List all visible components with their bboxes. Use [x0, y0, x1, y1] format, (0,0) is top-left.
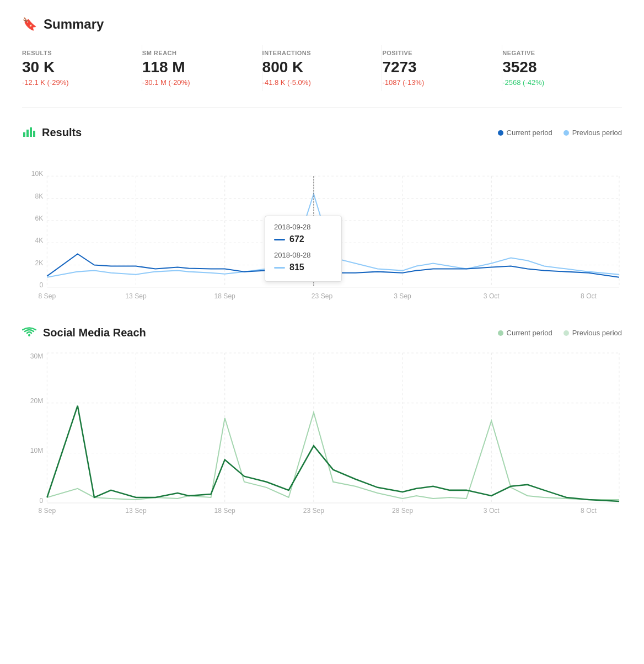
- metric-item-sm-reach: SM REACH 118 M -30.1 M (-20%): [142, 45, 262, 91]
- metric-label: NEGATIVE: [502, 50, 622, 56]
- divider: [22, 108, 622, 108]
- metric-item-interactions: INTERACTIONS 800 K -41.8 K (-5.0%): [262, 45, 383, 91]
- metric-item-negative: NEGATIVE 3528 -2568 (-42%): [502, 45, 622, 91]
- svg-text:3 Sep: 3 Sep: [394, 292, 411, 300]
- svg-text:20M: 20M: [30, 397, 44, 405]
- metric-label: POSITIVE: [382, 50, 502, 56]
- results-chart-svg: 0 2K 4K 6K 8K 10K: [22, 149, 622, 294]
- social-chart-section: Social Media Reach Current period Previo…: [22, 326, 622, 520]
- bar-chart-icon: [22, 125, 35, 141]
- svg-text:2K: 2K: [35, 259, 44, 267]
- svg-text:13 Sep: 13 Sep: [125, 507, 147, 515]
- svg-rect-3: [33, 131, 35, 137]
- social-previous-dot: [564, 330, 569, 336]
- results-legend: Current period Previous period: [498, 128, 622, 137]
- previous-period-dot: [564, 130, 569, 136]
- results-chart-header: Results Current period Previous period: [22, 125, 622, 141]
- metric-value: 7273: [382, 58, 502, 76]
- svg-text:6K: 6K: [35, 215, 44, 222]
- social-current-legend: Current period: [498, 329, 552, 337]
- social-current-label: Current period: [507, 329, 552, 337]
- metric-label: INTERACTIONS: [262, 50, 382, 56]
- summary-title: Summary: [44, 17, 104, 32]
- svg-text:8 Oct: 8 Oct: [581, 292, 597, 300]
- metric-item-results: RESULTS 30 K -12.1 K (-29%): [22, 45, 142, 91]
- social-chart-header: Social Media Reach Current period Previo…: [22, 326, 622, 340]
- svg-text:0: 0: [40, 281, 44, 289]
- svg-rect-2: [30, 127, 32, 137]
- metric-change: -1087 (-13%): [382, 78, 502, 87]
- social-chart-container: 0 10M 20M 30M 8 Sep 13 Sep 18 Sep: [22, 349, 622, 520]
- metric-change: -12.1 K (-29%): [22, 78, 142, 87]
- metric-label: SM REACH: [142, 50, 262, 56]
- svg-text:30M: 30M: [30, 352, 44, 360]
- summary-section: 🔖 Summary RESULTS 30 K -12.1 K (-29%) SM…: [22, 17, 622, 91]
- metric-value: 800 K: [262, 58, 382, 76]
- social-chart-title: Social Media Reach: [43, 326, 146, 339]
- results-previous-legend: Previous period: [564, 128, 622, 137]
- metric-value: 30 K: [22, 58, 142, 76]
- social-current-dot: [498, 330, 503, 336]
- metric-value: 118 M: [142, 58, 262, 76]
- svg-text:18 Sep: 18 Sep: [214, 292, 236, 300]
- svg-text:10K: 10K: [31, 170, 44, 178]
- svg-text:18 Sep: 18 Sep: [214, 507, 236, 515]
- metric-item-positive: POSITIVE 7273 -1087 (-13%): [382, 45, 502, 91]
- svg-text:8 Sep: 8 Sep: [39, 507, 56, 515]
- svg-text:28 Sep: 28 Sep: [392, 507, 414, 515]
- svg-text:23 Sep: 23 Sep: [303, 507, 325, 515]
- current-period-dot: [498, 130, 503, 136]
- svg-text:23 Sep: 23 Sep: [312, 292, 333, 300]
- metric-label: RESULTS: [22, 50, 142, 56]
- svg-text:8 Oct: 8 Oct: [581, 507, 597, 515]
- svg-text:8 Sep: 8 Sep: [39, 292, 56, 300]
- summary-metrics: RESULTS 30 K -12.1 K (-29%) SM REACH 118…: [22, 45, 622, 91]
- social-legend: Current period Previous period: [498, 329, 622, 337]
- svg-text:4K: 4K: [35, 237, 44, 244]
- social-previous-label: Previous period: [572, 329, 622, 337]
- current-period-label: Current period: [507, 128, 552, 137]
- metric-change: -41.8 K (-5.0%): [262, 78, 382, 87]
- svg-text:0: 0: [40, 497, 44, 505]
- svg-rect-0: [23, 132, 25, 137]
- svg-text:8K: 8K: [35, 192, 44, 200]
- results-current-legend: Current period: [498, 128, 552, 137]
- metric-value: 3528: [502, 58, 622, 76]
- svg-point-31: [28, 334, 30, 336]
- svg-text:13 Sep: 13 Sep: [125, 292, 147, 300]
- social-chart-svg: 0 10M 20M 30M 8 Sep 13 Sep 18 Sep: [22, 349, 622, 510]
- svg-text:10M: 10M: [30, 447, 44, 454]
- results-chart-title: Results: [42, 126, 82, 139]
- social-previous-legend: Previous period: [564, 329, 622, 337]
- results-chart-section: Results Current period Previous period 0…: [22, 125, 622, 304]
- previous-period-label: Previous period: [572, 128, 622, 137]
- metric-change: -2568 (-42%): [502, 78, 622, 87]
- wifi-icon: [22, 326, 36, 340]
- svg-text:3 Oct: 3 Oct: [484, 507, 500, 515]
- bookmark-icon: 🔖: [22, 17, 37, 31]
- svg-text:3 Oct: 3 Oct: [484, 292, 500, 300]
- svg-rect-1: [26, 130, 29, 137]
- summary-header: 🔖 Summary: [22, 17, 622, 32]
- results-chart-container: 0 2K 4K 6K 8K 10K: [22, 149, 622, 304]
- metric-change: -30.1 M (-20%): [142, 78, 262, 87]
